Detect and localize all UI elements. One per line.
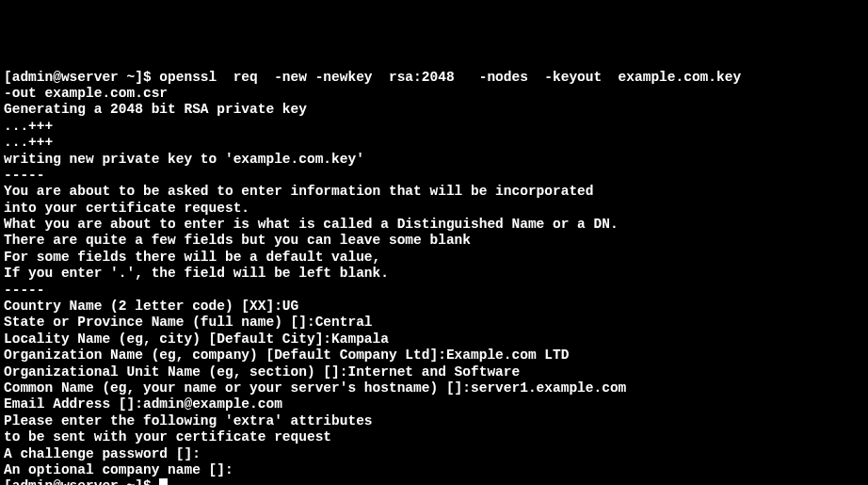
- output-line: into your certificate request.: [4, 201, 864, 217]
- output-line: to be sent with your certificate request: [4, 429, 864, 445]
- shell-prompt: [admin@wserver ~]$: [4, 70, 159, 85]
- command-text-1: openssl req -new -newkey rsa:2048 -nodes…: [159, 70, 741, 85]
- output-line: Common Name (eg, your name or your serve…: [4, 380, 864, 396]
- command-line-1: [admin@wserver ~]$ openssl req -new -new…: [4, 70, 864, 86]
- shell-prompt: [admin@wserver ~]$: [4, 478, 159, 485]
- output-line: A challenge password []:: [4, 446, 864, 462]
- output-line: State or Province Name (full name) []:Ce…: [4, 315, 864, 331]
- cursor-icon: [159, 478, 168, 485]
- command-line-2: -out example.com.csr: [4, 86, 864, 102]
- prompt-line-2[interactable]: [admin@wserver ~]$: [4, 478, 864, 485]
- output-line: Email Address []:admin@example.com: [4, 396, 864, 412]
- output-line: For some fields there will be a default …: [4, 250, 864, 266]
- output-line: Generating a 2048 bit RSA private key: [4, 102, 864, 118]
- output-line: Organizational Unit Name (eg, section) […: [4, 364, 864, 380]
- output-line: There are quite a few fields but you can…: [4, 233, 864, 249]
- output-line: An optional company name []:: [4, 462, 864, 478]
- output-line: Organization Name (eg, company) [Default…: [4, 348, 864, 364]
- output-line: What you are about to enter is what is c…: [4, 217, 864, 233]
- output-line: Locality Name (eg, city) [Default City]:…: [4, 331, 864, 348]
- output-line: writing new private key to 'example.com.…: [4, 152, 864, 168]
- output-line: -----: [4, 168, 864, 184]
- output-line: Please enter the following 'extra' attri…: [4, 413, 864, 429]
- terminal-window[interactable]: [admin@wserver ~]$ openssl req -new -new…: [4, 70, 864, 485]
- output-line: ...+++: [4, 135, 864, 151]
- output-line: If you enter '.', the field will be left…: [4, 266, 864, 282]
- output-line: Country Name (2 letter code) [XX]:UG: [4, 299, 864, 315]
- output-line: -----: [4, 283, 864, 299]
- output-line: You are about to be asked to enter infor…: [4, 184, 864, 200]
- output-line: ...+++: [4, 119, 864, 135]
